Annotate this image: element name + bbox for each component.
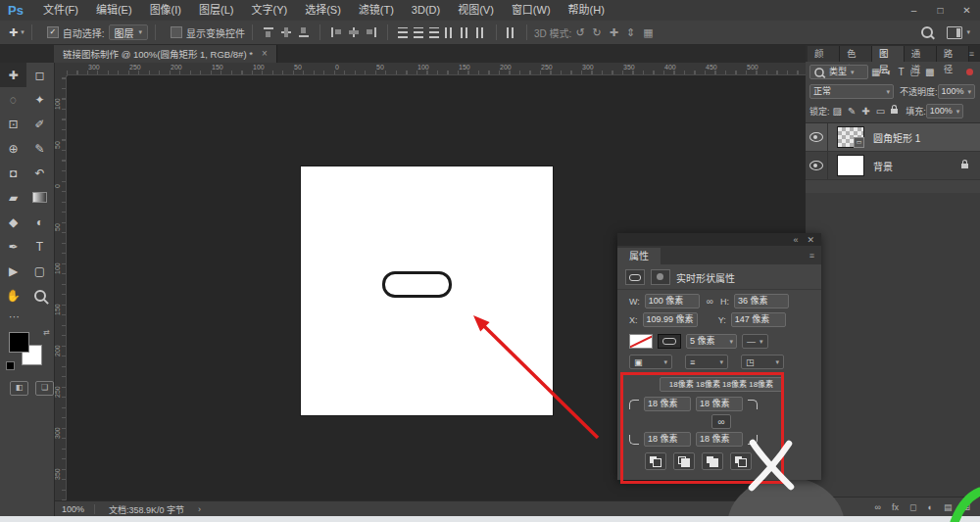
move-tool-preset-icon[interactable]: ✚	[9, 26, 18, 39]
x-field[interactable]: 109.99 像素	[643, 312, 698, 327]
gradient-tool[interactable]	[26, 185, 53, 210]
edit-toolbar-ellipsis[interactable]: ⋯	[0, 308, 54, 324]
3d-rotate-icon[interactable]: ↺	[575, 26, 584, 39]
height-field[interactable]: 36 像素	[734, 294, 789, 308]
stroke-type-dropdown[interactable]: — ▾	[742, 334, 768, 349]
fill-color-swatch[interactable]	[629, 334, 653, 349]
filter-type-layers-icon[interactable]: T	[899, 67, 905, 77]
exclude-shapes-button[interactable]	[730, 452, 752, 470]
filter-shape-layers-icon[interactable]: ▢	[910, 67, 919, 77]
ruler-origin-box[interactable]	[54, 63, 68, 76]
screen-mode-button[interactable]: ❏	[35, 381, 54, 396]
lock-transparency-icon[interactable]: ▨	[833, 106, 842, 117]
dodge-tool[interactable]: ◐	[26, 210, 53, 234]
restore-button[interactable]: □	[927, 0, 954, 21]
menu-view[interactable]: 视图(V)	[449, 0, 503, 21]
align-top-icon[interactable]	[263, 26, 274, 38]
quick-mask-button[interactable]: ◧	[10, 381, 28, 396]
link-dimensions-icon[interactable]: ∞	[705, 296, 715, 307]
filter-pixel-layers-icon[interactable]: ▦	[871, 67, 880, 77]
document-tab[interactable]: 链接图标制作 @ 100%(圆角矩形 1, RGB/8#) * ×	[54, 44, 277, 63]
lasso-tool[interactable]: ◌	[0, 87, 26, 112]
radius-top-left-field[interactable]: 18 像素	[644, 397, 691, 411]
tab-properties[interactable]: 属性	[617, 248, 661, 264]
fill-field[interactable]: 100% ▾	[926, 104, 963, 119]
layer-mask-icon[interactable]: ◻	[909, 502, 916, 512]
close-panel-icon[interactable]: ✕	[807, 235, 814, 245]
layer-thumbnail[interactable]: ▭	[837, 126, 864, 148]
stroke-cap-dropdown[interactable]: ≡ ▾	[685, 355, 728, 369]
panel-menu-icon[interactable]: ≡	[809, 248, 814, 264]
history-brush-tool[interactable]: ↶	[26, 161, 53, 185]
healing-brush-tool[interactable]: ⊕	[0, 136, 26, 161]
auto-select-checkbox[interactable]: ✓	[47, 26, 59, 38]
tab-layers[interactable]: 图层	[872, 46, 905, 62]
intersect-shapes-button[interactable]	[702, 452, 723, 470]
visibility-toggle[interactable]	[806, 123, 828, 151]
radius-combined-field[interactable]: 18像素 18像素 18像素 18像素	[660, 377, 783, 392]
swap-colors-icon[interactable]: ⇄	[43, 328, 50, 337]
align-right-icon[interactable]	[366, 26, 377, 38]
canvas[interactable]	[301, 166, 553, 415]
search-icon[interactable]	[921, 26, 933, 38]
combine-shapes-button[interactable]	[645, 452, 666, 470]
show-transform-checkbox[interactable]	[171, 26, 182, 38]
adjustment-layer-icon[interactable]: ◐	[928, 502, 933, 512]
distribute-spacing-icon[interactable]	[507, 27, 516, 38]
brush-tool[interactable]: ✎	[26, 136, 53, 161]
marquee-tool[interactable]: ◻	[26, 63, 53, 87]
path-selection-tool[interactable]: ▶	[0, 259, 26, 283]
distribute-horizontal-icon[interactable]	[461, 27, 470, 38]
lock-all-icon[interactable]	[891, 109, 898, 114]
stroke-color-swatch[interactable]	[658, 334, 681, 349]
align-horizontal-center-icon[interactable]	[348, 26, 360, 38]
mask-properties-icon[interactable]	[651, 269, 670, 285]
tab-paths[interactable]: 路径	[937, 46, 969, 62]
align-left-icon[interactable]	[330, 26, 342, 38]
minimize-button[interactable]: –	[901, 0, 927, 21]
distribute-bottom-icon[interactable]	[429, 27, 439, 38]
stroke-corner-dropdown[interactable]: ◳ ▾	[741, 355, 784, 369]
distribute-left-icon[interactable]	[445, 27, 455, 38]
align-bottom-icon[interactable]	[298, 26, 310, 38]
new-layer-icon[interactable]: ⊞	[962, 502, 970, 512]
magic-wand-tool[interactable]: ✦	[26, 87, 53, 112]
layer-name[interactable]: 背景	[873, 159, 893, 173]
radius-bottom-right-field[interactable]: 18 像素	[696, 432, 743, 447]
filter-toggle-icon[interactable]	[966, 69, 973, 75]
y-field[interactable]: 147 像素	[731, 312, 786, 327]
default-colors-icon[interactable]	[6, 361, 15, 370]
menu-edit[interactable]: 编辑(E)	[87, 0, 141, 21]
collapse-panel-icon[interactable]: «	[793, 235, 798, 245]
zoom-level[interactable]: 100%	[54, 504, 95, 514]
foreground-color-swatch[interactable]	[9, 332, 29, 353]
menu-window[interactable]: 窗口(W)	[503, 0, 560, 21]
tab-channels[interactable]: 通道	[905, 46, 937, 62]
close-button[interactable]: ✕	[954, 0, 980, 21]
shape-tool[interactable]: ▢	[26, 259, 53, 283]
layer-style-icon[interactable]: fx	[892, 502, 899, 512]
type-tool[interactable]: T	[26, 234, 53, 259]
align-vertical-center-icon[interactable]	[280, 26, 292, 38]
lock-paint-icon[interactable]: ✎	[848, 106, 856, 117]
radius-bottom-left-field[interactable]: 18 像素	[644, 432, 691, 447]
3d-drag-icon[interactable]: ✚	[610, 26, 618, 39]
menu-help[interactable]: 帮助(H)	[560, 0, 613, 21]
layer-row-rounded-rectangle[interactable]: ▭ 圆角矩形 1	[806, 123, 980, 152]
distribute-right-icon[interactable]	[476, 27, 486, 38]
shape-properties-icon[interactable]	[625, 269, 645, 285]
3d-slide-icon[interactable]: ⇕	[626, 26, 635, 39]
opacity-field[interactable]: 100% ▾	[938, 84, 975, 99]
lock-artboard-icon[interactable]: ▭	[876, 106, 885, 117]
workspace-icon[interactable]	[947, 26, 962, 39]
3d-roll-icon[interactable]: ↻	[593, 26, 602, 39]
visibility-toggle[interactable]	[806, 152, 828, 179]
auto-select-dropdown[interactable]: 图层 ▾	[109, 24, 149, 40]
3d-scale-icon[interactable]: ▦	[643, 26, 653, 39]
menu-file[interactable]: 文件(F)	[34, 0, 87, 21]
width-field[interactable]: 100 像素	[645, 294, 700, 308]
link-layers-icon[interactable]: ∞	[875, 502, 881, 512]
stroke-width-field[interactable]: 5 像素 ▾	[686, 334, 737, 349]
eyedropper-tool[interactable]: ✐	[26, 112, 53, 136]
radius-top-right-field[interactable]: 18 像素	[696, 397, 743, 411]
